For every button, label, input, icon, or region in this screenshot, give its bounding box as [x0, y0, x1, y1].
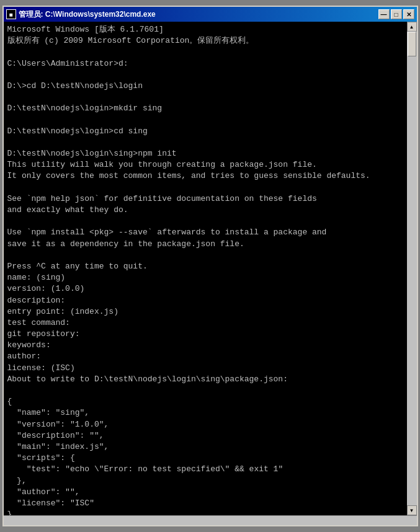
scroll-thumb[interactable] [408, 32, 416, 56]
scroll-down-arrow[interactable]: ▼ [407, 505, 417, 515]
maximize-button[interactable]: □ [391, 9, 402, 19]
scroll-track[interactable] [407, 32, 417, 505]
terminal-output[interactable]: Microsoft Windows [版本 6.1.7601] 版权所有 (c)… [4, 22, 407, 515]
scrollbar[interactable]: ▲ ▼ [407, 22, 417, 515]
window-title: 管理员: C:\Windows\system32\cmd.exe [19, 9, 156, 20]
title-buttons: — □ ✕ [378, 9, 414, 19]
cmd-window: ■ 管理员: C:\Windows\system32\cmd.exe — □ ✕… [2, 6, 418, 526]
window-icon: ■ [6, 9, 16, 19]
close-button[interactable]: ✕ [403, 9, 414, 19]
title-bar: ■ 管理员: C:\Windows\system32\cmd.exe — □ ✕ [4, 7, 417, 22]
scroll-up-arrow[interactable]: ▲ [407, 22, 417, 32]
minimize-button[interactable]: — [378, 9, 390, 19]
title-bar-left: ■ 管理员: C:\Windows\system32\cmd.exe [6, 9, 156, 20]
window-content: Microsoft Windows [版本 6.1.7601] 版权所有 (c)… [4, 22, 417, 515]
bottom-bar [4, 515, 417, 525]
